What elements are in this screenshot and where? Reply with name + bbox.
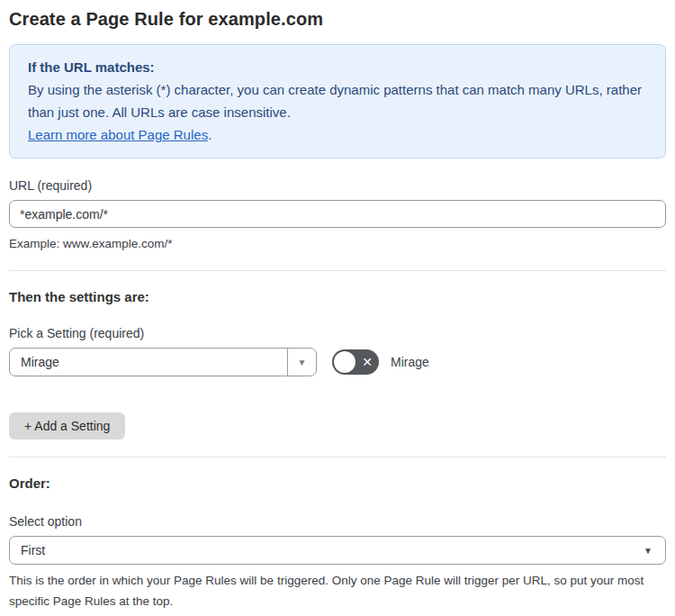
divider: [9, 457, 666, 457]
url-match-info-box: If the URL matches: By using the asteris…: [9, 44, 666, 159]
order-section-heading: Order:: [9, 476, 666, 491]
info-box-body: By using the asterisk (*) character, you…: [28, 78, 647, 123]
pick-setting-label: Pick a Setting (required): [9, 326, 666, 340]
page-title: Create a Page Rule for example.com: [9, 9, 666, 30]
order-select[interactable]: First ▼: [9, 536, 666, 565]
mirage-toggle[interactable]: ✕: [332, 349, 379, 375]
divider: [9, 270, 666, 271]
link-period: .: [208, 127, 212, 142]
settings-section-heading: Then the settings are:: [9, 289, 666, 304]
chevron-down-icon: ▼: [644, 546, 652, 556]
url-input[interactable]: [9, 200, 666, 228]
url-field-label: URL (required): [9, 178, 666, 193]
chevron-down-icon: ▼: [298, 358, 307, 367]
setting-row: Mirage ▼ ✕ Mirage: [9, 348, 666, 376]
info-box-heading: If the URL matches:: [28, 56, 647, 78]
add-setting-button[interactable]: + Add a Setting: [9, 412, 125, 439]
info-box-link-line: Learn more about Page Rules.: [28, 123, 647, 146]
toggle-label: Mirage: [391, 355, 429, 369]
toggle-knob: [334, 351, 356, 373]
setting-combobox[interactable]: Mirage ▼: [9, 348, 317, 376]
order-helper-text: This is the order in which your Page Rul…: [9, 570, 657, 611]
x-icon: ✕: [362, 356, 373, 368]
setting-combobox-value: Mirage: [10, 349, 287, 376]
select-option-label: Select option: [9, 514, 666, 529]
setting-combobox-arrow-button[interactable]: ▼: [287, 349, 316, 376]
order-select-value: First: [21, 543, 45, 557]
learn-more-link[interactable]: Learn more about Page Rules: [28, 127, 208, 142]
url-field-helper: Example: www.example.com/*: [9, 234, 666, 253]
